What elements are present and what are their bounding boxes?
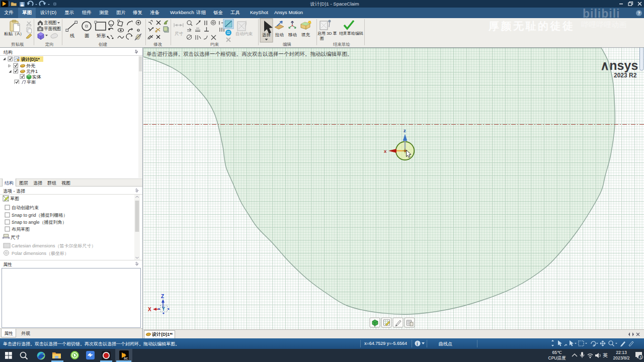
svg-text:尺寸: 尺寸 xyxy=(175,31,184,36)
svg-text:2023 R2: 2023 R2 xyxy=(614,72,637,79)
svg-text:启用 3D 草: 启用 3D 草 xyxy=(317,31,337,36)
svg-text:尺寸: 尺寸 xyxy=(11,234,20,240)
svg-text:选择: 选择 xyxy=(262,32,271,37)
svg-text:实体: 实体 xyxy=(32,74,41,79)
svg-text:平面视图: 平面视图 xyxy=(44,26,61,31)
svg-text:图: 图 xyxy=(320,36,324,41)
svg-text:粘贴（A）: 粘贴（A） xyxy=(4,31,24,36)
svg-text:Cartesian dimensions（笛卡尔坐标尺寸）: Cartesian dimensions（笛卡尔坐标尺寸） xyxy=(12,243,96,248)
svg-text:∧nsys: ∧nsys xyxy=(600,58,638,72)
svg-text:元件1: 元件1 xyxy=(26,69,38,74)
svg-text:移动: 移动 xyxy=(288,32,297,37)
svg-text:填充: 填充 xyxy=(301,32,310,37)
svg-text:外壳: 外壳 xyxy=(26,63,35,68)
svg-text:z: z xyxy=(404,128,406,133)
svg-text:SC: SC xyxy=(124,357,128,360)
svg-text:Z: Z xyxy=(161,294,164,299)
svg-text:布局草图: 布局草图 xyxy=(12,227,30,232)
svg-text:主视图: 主视图 xyxy=(44,20,57,25)
svg-text:设计(D)1*: 设计(D)1* xyxy=(21,57,40,62)
svg-text:单击进行选择。双击以选择一个相切链。再次双击以选择一个封闭环: 单击进行选择。双击以选择一个相切链。再次双击以选择一个封闭环。拖动以编辑草图。 xyxy=(146,51,353,57)
svg-text:自动约束: 自动约束 xyxy=(235,31,253,36)
svg-text:结束草绘编辑: 结束草绘编辑 xyxy=(339,31,363,36)
svg-text:x: x xyxy=(384,148,387,154)
svg-text:矩形: 矩形 xyxy=(97,33,106,38)
svg-text:1: 1 xyxy=(640,355,642,359)
svg-text:草图: 草图 xyxy=(10,196,19,201)
svg-text:Snap to angle（捕捉到角）: Snap to angle（捕捉到角） xyxy=(12,220,67,225)
svg-text:Snap to grid（捕捉到栅格）: Snap to grid（捕捉到栅格） xyxy=(12,213,68,218)
svg-text:Polar dimensions（极坐标）: Polar dimensions（极坐标） xyxy=(12,251,69,256)
svg-text:平面: 平面 xyxy=(27,80,36,84)
svg-text:线: 线 xyxy=(70,33,74,38)
svg-text:自动创建约束: 自动创建约束 xyxy=(12,205,39,210)
svg-text:拉动: 拉动 xyxy=(275,32,284,37)
svg-text:X: X xyxy=(148,307,151,312)
svg-text:i: i xyxy=(417,341,418,346)
svg-text:Y: Y xyxy=(162,306,166,312)
svg-text:圆: 圆 xyxy=(85,33,89,38)
